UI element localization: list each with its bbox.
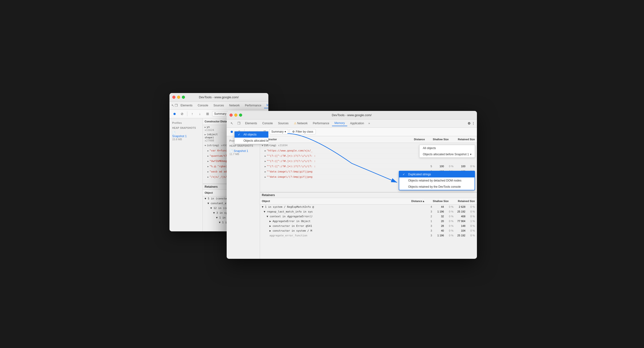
dropdown-duplicated-strings[interactable]: ✓ Duplicated strings	[399, 171, 474, 177]
main-content-front: Profiles HEAP SNAPSHOTS 📄 Snapshot 1 11.…	[227, 136, 477, 259]
retainers-table-header-front: Object Distance▲ Shallow Size Retained S…	[260, 198, 477, 205]
dropdown-devtools-console[interactable]: Objects retained by the DevTools console	[399, 184, 474, 190]
heap-snapshots-label-back: HEAP SNAPSHOTS	[170, 125, 202, 130]
tab-console-front[interactable]: Console	[260, 121, 275, 126]
snapshot-name-back: Snapshot 1	[172, 135, 200, 138]
table-row[interactable]: ▶"^(?:([^:/?#.]+):)?(?:\/\/(?: :	[260, 159, 477, 164]
filter-by-class-btn[interactable]: ⚙ Filter by class	[290, 129, 316, 134]
filter-by-class-label: Filter by class	[296, 130, 313, 133]
record-button-back[interactable]: ⏺	[171, 111, 178, 117]
col-constructor-header: Constructor	[205, 120, 220, 123]
tab-network-back[interactable]: Network	[227, 103, 242, 108]
tab-console-back[interactable]: Console	[196, 103, 211, 108]
devtools-tabs-back: ↖ ❐ Elements Console Sources Network Per…	[170, 102, 268, 110]
retainer-row[interactable]: aggregate_error_function 3 1 196 0 % 25 …	[260, 233, 477, 238]
snapshot-item-front[interactable]: 📄 Snapshot 1 11.7 MB	[227, 148, 260, 157]
window-title-front: DevTools - www.google.com/	[332, 113, 372, 117]
tab-sources-front[interactable]: Sources	[276, 121, 291, 126]
ellipsis-icon-front[interactable]: ⋮	[472, 121, 475, 125]
retainer-row[interactable]: ▼ context in AggregateError() 2 32 0 % 4…	[260, 214, 477, 219]
traffic-lights-back	[172, 96, 185, 99]
window-title-back: DevTools - www.google.com/	[199, 95, 239, 99]
all-objects-text: All objects	[423, 146, 436, 150]
tab-settings-front: ⚙ ⋮	[468, 121, 475, 125]
traffic-lights-front	[230, 114, 242, 117]
minimize-button-back[interactable]	[177, 96, 180, 99]
dropdown-all-objects-item[interactable]: All objects	[420, 145, 474, 151]
title-bar-back: DevTools - www.google.com/	[170, 93, 268, 102]
table-header-front: Constructor Distance Shallow Size Retain…	[260, 136, 477, 143]
summary-label-back: Summary	[214, 112, 226, 115]
title-bar-front: DevTools - www.google.com/	[227, 111, 477, 120]
tab-more-front[interactable]: »	[367, 121, 371, 126]
detached-dom-label: Objects retained by detached DOM nodes	[408, 179, 462, 182]
all-objects-label: All objects	[244, 133, 257, 136]
checkmark-duplicated: ✓	[402, 173, 406, 176]
snapshot-name-front: Snapshot 1	[234, 149, 248, 153]
cursor-icon: ↖	[171, 102, 174, 109]
sidebar-front: Profiles HEAP SNAPSHOTS 📄 Snapshot 1 11.…	[227, 136, 260, 259]
retainer-row[interactable]: ▶ AggregateError in Object 1 20 0 % 77 9…	[260, 219, 477, 224]
upload-button-back[interactable]: ↑	[189, 111, 196, 117]
dropdown-item-before-snapshot[interactable]: Objects allocated before Snapshot 1	[234, 138, 268, 144]
all-objects-dropdown-back[interactable]: ✓ All objects Objects allocated before S…	[234, 131, 268, 144]
content-panel-front: Constructor Distance Shallow Size Retain…	[260, 136, 477, 259]
profiles-label-back: Profiles	[170, 120, 202, 125]
summary-label-front: Summary	[272, 130, 284, 133]
close-button-back[interactable]	[172, 96, 176, 99]
retainers-header-front: Retainers	[260, 192, 477, 198]
devtools-console-label: Objects retained by the DevTools console	[408, 185, 461, 188]
layers-icon-front: ❐	[236, 120, 242, 127]
filter-icon: ⚙	[292, 130, 295, 133]
settings-icon-front[interactable]: ⚙	[468, 121, 471, 125]
stop-button-back[interactable]: ⊘	[179, 111, 185, 117]
before-snapshot-label: Objects allocated before Snapshot 1	[244, 139, 268, 142]
close-button-front[interactable]	[230, 114, 232, 117]
minimize-button-front[interactable]	[234, 114, 238, 117]
maximize-button-front[interactable]	[239, 114, 242, 117]
dropdown-detached-dom[interactable]: Objects retained by detached DOM nodes	[399, 177, 474, 184]
cursor-icon-front: ↖	[228, 120, 235, 127]
all-objects-dropdown-front[interactable]: All objects Objects allocated before Sna…	[419, 145, 475, 158]
snapshot-item-back[interactable]: 📄 Snapshot 1 15.8 MB	[170, 130, 202, 142]
summary-dropdown-front[interactable]: Summary ▾	[269, 129, 288, 134]
divider-back	[187, 111, 187, 116]
clear-button-back[interactable]: ⊞	[204, 111, 211, 117]
devtools-tabs-front: ↖ ❐ Elements Console Sources ⚠ Network P…	[227, 120, 477, 128]
snapshot-size-front: 11.7 MB	[230, 153, 257, 156]
retainer-row[interactable]: ▶ constructor in Error @541 3 28 0 % 148…	[260, 224, 477, 228]
tab-memory-back[interactable]: Memory	[264, 103, 268, 108]
download-button-back[interactable]: ↓	[197, 111, 203, 117]
table-row[interactable]: ▶"^(?:([^:/?#.]+):)?(?:\/\/(?: : 5 100 0…	[260, 164, 477, 169]
retainer-row[interactable]: ▼ 1 in system / RegExpMatchInfo @ 4 44 0…	[260, 205, 477, 209]
before-snapshot-text: Objects allocated before Snapshot 1	[423, 153, 469, 156]
tab-sources-back[interactable]: Sources	[211, 103, 226, 108]
filter-dropdown-front[interactable]: ✓ Duplicated strings Objects retained by…	[399, 171, 475, 190]
warning-icon-network: ⚠	[294, 122, 296, 125]
retainer-row[interactable]: ▶ constructor in system / M 3 40 0 % 104…	[260, 228, 477, 233]
dropdown-item-all-objects[interactable]: ✓ All objects	[234, 131, 268, 138]
tab-network-front[interactable]: ⚠ Network	[292, 121, 310, 126]
tab-memory-front[interactable]: Memory	[332, 120, 347, 126]
retainer-row[interactable]: ▼ regexp_last_match_info in sys 3 1 196 …	[260, 209, 477, 214]
layers-icon: ❐	[175, 102, 178, 109]
retainers-front: Retainers Object Distance▲ Shallow Size …	[260, 192, 477, 259]
tab-performance-back[interactable]: Performance	[243, 103, 264, 108]
maximize-button-back[interactable]	[182, 96, 185, 99]
record-button-front[interactable]: ⏺	[228, 129, 235, 135]
dropdown-arrow-front: ▾	[284, 130, 286, 133]
tab-application-front[interactable]: Application	[348, 121, 366, 126]
snapshot-size-back: 15.8 MB	[172, 138, 200, 141]
tab-elements-back[interactable]: Elements	[178, 103, 195, 108]
dropdown-expand-icon: ▾	[470, 153, 472, 156]
tab-performance-front[interactable]: Performance	[310, 121, 332, 126]
tab-elements-front[interactable]: Elements	[243, 121, 260, 126]
sidebar-back: Profiles HEAP SNAPSHOTS 📄 Snapshot 1 15.…	[170, 118, 203, 231]
checkmark-icon: ✓	[238, 133, 242, 136]
dropdown-before-snapshot-item[interactable]: Objects allocated before Snapshot 1 ▾	[420, 151, 474, 157]
duplicated-strings-label: Duplicated strings	[408, 173, 431, 176]
